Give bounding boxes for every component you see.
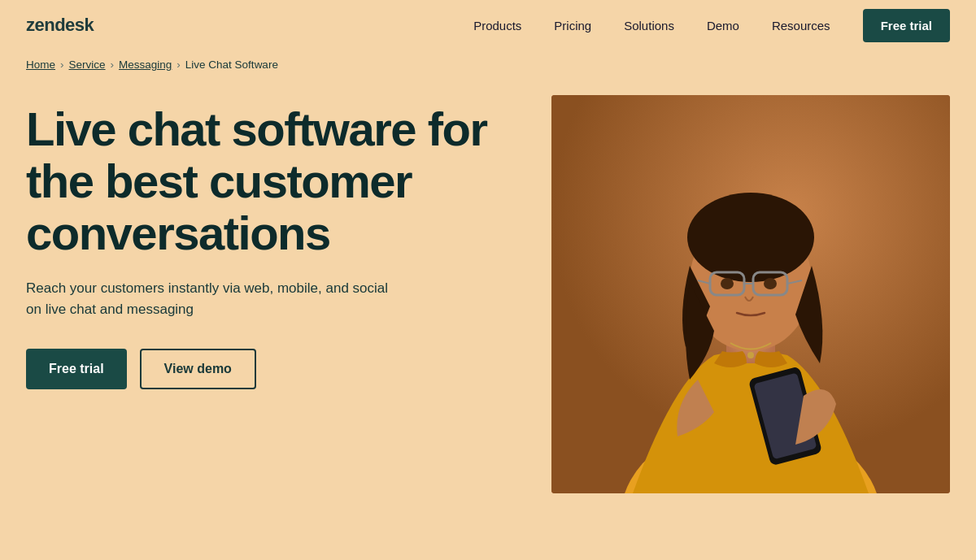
main-nav: Products Pricing Solutions Demo Resource… (473, 9, 950, 42)
main-content: Live chat software for the best customer… (0, 79, 976, 554)
header: zendesk Products Pricing Solutions Demo … (0, 0, 976, 50)
nav-item-pricing[interactable]: Pricing (554, 19, 591, 33)
person-illustration (551, 95, 950, 493)
logo: zendesk (26, 15, 94, 36)
free-trial-button[interactable]: Free trial (26, 349, 127, 389)
breadcrumb: Home › Service › Messaging › Live Chat S… (0, 50, 976, 79)
nav-item-demo[interactable]: Demo (707, 19, 739, 33)
hero-title: Live chat software for the best customer… (26, 103, 527, 258)
svg-point-5 (687, 193, 814, 282)
breadcrumb-separator-3: › (176, 59, 181, 71)
hero-subtitle: Reach your customers instantly via web, … (26, 278, 400, 319)
breadcrumb-separator-1: › (60, 59, 64, 71)
cta-buttons: Free trial View demo (26, 349, 527, 389)
breadcrumb-current: Live Chat Software (185, 59, 278, 71)
breadcrumb-separator-2: › (111, 59, 115, 71)
nav-item-resources[interactable]: Resources (772, 19, 830, 33)
svg-point-11 (721, 278, 734, 289)
breadcrumb-messaging[interactable]: Messaging (119, 59, 172, 71)
nav-item-products[interactable]: Products (473, 19, 521, 33)
svg-point-12 (764, 278, 777, 289)
hero-image (551, 95, 950, 493)
svg-point-15 (747, 352, 754, 358)
hero-section: Live chat software for the best customer… (26, 95, 527, 389)
breadcrumb-service[interactable]: Service (69, 59, 106, 71)
nav-free-trial-button[interactable]: Free trial (863, 9, 950, 42)
view-demo-button[interactable]: View demo (140, 349, 256, 389)
nav-item-solutions[interactable]: Solutions (624, 19, 674, 33)
breadcrumb-home[interactable]: Home (26, 59, 55, 71)
